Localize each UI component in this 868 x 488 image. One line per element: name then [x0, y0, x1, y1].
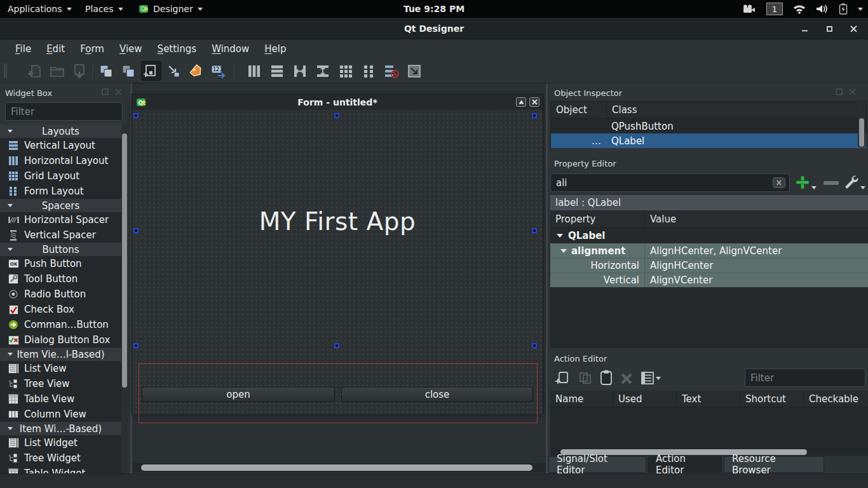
widget-item-form-layout[interactable]: Form Layout: [0, 184, 121, 199]
widget-item-tool-button[interactable]: Tool Button: [0, 271, 121, 287]
property-value-vertical[interactable]: AlignVCenter: [644, 273, 868, 287]
widget-category-item-widgets[interactable]: Item Wi…-Based): [0, 422, 121, 435]
edit-widgets-mode-button[interactable]: [141, 61, 161, 81]
delete-action-button[interactable]: [620, 372, 633, 385]
layout-vertically-button[interactable]: [267, 61, 287, 81]
new-form-button[interactable]: [25, 61, 45, 81]
widget-item-horizontal-spacer[interactable]: Horizontal Spacer: [0, 212, 121, 227]
clear-filter-button[interactable]: [773, 177, 785, 188]
widget-item-command-link-button[interactable]: Comman…Button: [0, 317, 121, 332]
form-close-pushbutton[interactable]: close: [341, 387, 533, 402]
screen-recorder-icon[interactable]: [742, 4, 756, 13]
view-mode-chevron[interactable]: [656, 377, 661, 380]
tray-chevron-icon[interactable]: [858, 8, 863, 11]
column-header-text[interactable]: Text: [676, 391, 740, 407]
layout-form-button[interactable]: [358, 61, 379, 81]
selection-handle[interactable]: [334, 113, 339, 118]
widget-item-vertical-spacer[interactable]: Vertical Spacer: [0, 227, 121, 243]
menu-view[interactable]: View: [112, 41, 150, 57]
form-window[interactable]: Qt Form - untitled* MY First App open cl…: [132, 94, 543, 414]
form-close-button[interactable]: [529, 97, 539, 107]
widget-item-check-box[interactable]: Check Box: [0, 302, 121, 317]
widget-box-scrollbar-thumb[interactable]: [122, 133, 127, 388]
selection-handle[interactable]: [133, 343, 139, 348]
column-header-value[interactable]: Value: [644, 210, 868, 227]
tab-resource-browser[interactable]: Resource Browser: [724, 456, 824, 473]
property-filter-input[interactable]: [550, 173, 790, 192]
menu-settings[interactable]: Settings: [150, 41, 205, 57]
remove-dynamic-property-button[interactable]: [824, 181, 839, 185]
action-filter-input[interactable]: [745, 369, 865, 387]
action-view-mode-button[interactable]: [641, 371, 654, 385]
column-header-shortcut[interactable]: Shortcut: [740, 391, 803, 407]
column-header-used[interactable]: Used: [613, 391, 676, 407]
widget-item-horizontal-layout[interactable]: Horizontal Layout: [0, 153, 121, 168]
widget-item-grid-layout[interactable]: Grid Layout: [0, 168, 121, 184]
form-shade-button[interactable]: [516, 97, 526, 107]
form-window-titlebar[interactable]: Qt Form - untitled*: [132, 95, 543, 110]
menu-file[interactable]: File: [8, 41, 39, 57]
widget-item-tree-view[interactable]: Tree View: [0, 376, 121, 391]
widget-category-layouts[interactable]: Layouts: [0, 125, 121, 138]
add-dynamic-property-button[interactable]: [796, 175, 810, 189]
form-canvas[interactable]: MY First App open close: [132, 110, 543, 414]
configure-menu-chevron[interactable]: [860, 186, 865, 189]
layout-horizontally-button[interactable]: [244, 61, 264, 81]
tab-signal-slot-editor[interactable]: Signal/Slot Editor: [548, 456, 646, 473]
menu-help[interactable]: Help: [257, 41, 294, 57]
selection-handle[interactable]: [133, 228, 139, 233]
menu-form[interactable]: Form: [72, 41, 112, 57]
column-header-checkable[interactable]: Checkable: [803, 391, 868, 407]
close-button[interactable]: [846, 22, 860, 35]
property-row-horizontal[interactable]: Horizontal AlignHCenter: [550, 258, 868, 273]
column-header-object[interactable]: Object: [551, 102, 606, 118]
copy-button[interactable]: [96, 61, 116, 81]
property-group-qlabel[interactable]: QLabel: [550, 228, 868, 243]
layout-grid-button[interactable]: [336, 61, 356, 81]
adjust-size-button[interactable]: [404, 61, 424, 81]
menu-window[interactable]: Window: [204, 41, 257, 57]
open-form-button[interactable]: [47, 61, 67, 81]
paste-action-button[interactable]: [600, 370, 613, 386]
add-property-menu-chevron[interactable]: [811, 186, 817, 189]
form-label[interactable]: MY First App: [132, 207, 543, 236]
edit-tab-order-button[interactable]: 123: [208, 61, 229, 81]
widget-item-dialog-button-box[interactable]: Dialog Button Box: [0, 332, 121, 348]
selection-handle[interactable]: [532, 113, 537, 118]
layout-vertical-splitter-button[interactable]: [313, 61, 333, 81]
column-header-class[interactable]: Class: [606, 102, 866, 118]
layout-horizontal-splitter-button[interactable]: [290, 61, 310, 81]
property-value-horizontal[interactable]: AlignHCenter: [644, 259, 868, 273]
break-layout-button[interactable]: [381, 61, 402, 81]
right-splitter[interactable]: [546, 83, 548, 473]
tab-action-editor[interactable]: Action Editor: [648, 456, 722, 473]
widget-category-spacers[interactable]: Spacers: [0, 199, 121, 212]
selection-handle[interactable]: [133, 113, 139, 118]
object-row-qpushbutton[interactable]: QPushButton: [551, 119, 866, 133]
minimize-button[interactable]: [798, 22, 812, 35]
volume-icon[interactable]: [816, 4, 829, 14]
widget-item-vertical-layout[interactable]: Vertical Layout: [0, 138, 121, 153]
widget-box-filter-input[interactable]: [5, 102, 123, 121]
maximize-button[interactable]: [822, 22, 836, 35]
property-row-vertical[interactable]: Vertical AlignVCenter: [550, 273, 868, 287]
copy-action-button[interactable]: [578, 371, 592, 385]
object-inspector-scrollbar-thumb[interactable]: [859, 118, 864, 147]
toolbar-drag-handle[interactable]: [4, 64, 7, 78]
menu-edit[interactable]: Edit: [39, 41, 72, 57]
app-titlebar[interactable]: Qt Designer: [0, 18, 868, 39]
property-row-alignment[interactable]: alignment AlignHCenter, AlignVCenter: [550, 243, 868, 258]
form-open-button[interactable]: open: [142, 387, 335, 402]
column-header-property[interactable]: Property: [550, 210, 644, 227]
property-configure-button[interactable]: [843, 174, 859, 191]
selection-handle[interactable]: [532, 228, 537, 233]
widget-item-tree-widget[interactable]: Tree Widget: [0, 451, 121, 466]
column-header-name[interactable]: Name: [550, 391, 613, 407]
expander-icon[interactable]: [560, 249, 567, 253]
selection-handle[interactable]: [532, 343, 537, 348]
clock[interactable]: Tue 9:28 PM: [0, 0, 868, 18]
widget-item-table-view[interactable]: Table View: [0, 391, 121, 407]
selection-handle[interactable]: [334, 343, 339, 348]
widget-item-column-view[interactable]: Column View: [0, 407, 121, 422]
edit-signals-slots-button[interactable]: [164, 61, 184, 81]
